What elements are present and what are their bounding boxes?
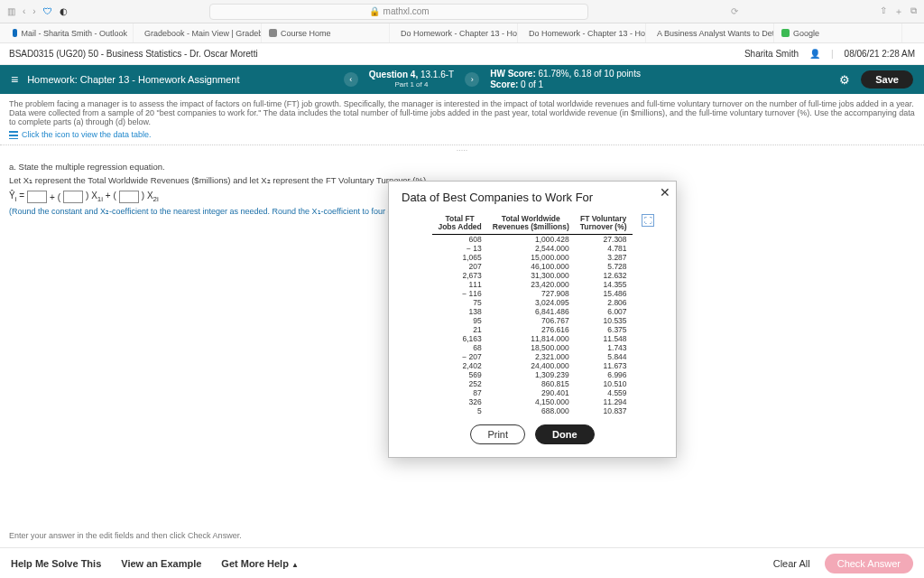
check-answer-button[interactable]: Check Answer bbox=[825, 554, 913, 573]
print-button[interactable]: Print bbox=[470, 424, 525, 444]
tab-label: Course Home bbox=[281, 29, 331, 38]
user-icon[interactable]: 👤 bbox=[809, 49, 820, 59]
view-data-table-link[interactable]: Click the icon to view the data table. bbox=[9, 130, 915, 139]
favicon bbox=[269, 29, 277, 37]
data-table: Total FTJobs AddedTotal WorldwideRevenue… bbox=[432, 215, 632, 415]
tab-label: Do Homework - Chapter 13 - Hom... bbox=[401, 29, 518, 38]
footer-bar: Help Me Solve This View an Example Get M… bbox=[0, 547, 924, 578]
table-row: 6818,500.0001.743 bbox=[432, 343, 632, 352]
course-title: BSAD0315 (UG20) 50 - Business Statistics… bbox=[9, 49, 258, 59]
user-name: Sharita Smith bbox=[744, 49, 799, 59]
table-row: 87290.4014.559 bbox=[432, 388, 632, 397]
question-indicator: Question 4, 13.1.6-T Part 1 of 4 bbox=[369, 70, 454, 89]
favicon bbox=[13, 29, 17, 37]
column-header: Total WorldwideRevenues ($millions) bbox=[487, 215, 575, 234]
table-row: 21276.6166.375 bbox=[432, 325, 632, 334]
clear-all-link[interactable]: Clear All bbox=[773, 558, 810, 569]
browser-tab[interactable]: Mail - Sharita Smith - Outlook bbox=[7, 23, 134, 42]
table-row: 753,024.0952.806 bbox=[432, 298, 632, 307]
score-block: HW Score: 61.78%, 6.18 of 10 points Scor… bbox=[490, 69, 641, 90]
browser-tab[interactable]: Do Homework - Chapter 13 - Hom... bbox=[392, 23, 518, 42]
table-row: − 132,544.0004.781 bbox=[432, 244, 632, 253]
table-row: 11123,420.00014.355 bbox=[432, 280, 632, 289]
problem-statement: The problem facing a manager is to asses… bbox=[0, 94, 924, 141]
get-more-help-link[interactable]: Get More Help ▲ bbox=[221, 558, 299, 569]
homework-bar: ≡ Homework: Chapter 13 - Homework Assign… bbox=[0, 65, 924, 94]
popout-icon[interactable]: ⛶ bbox=[642, 214, 654, 227]
url-bar[interactable]: 🔒mathxl.com bbox=[209, 4, 588, 20]
table-row: 2,67331,300.00012.632 bbox=[432, 271, 632, 280]
column-header: Total FTJobs Added bbox=[432, 215, 486, 234]
shield-icon: 🛡 bbox=[43, 6, 52, 16]
browser-tab[interactable]: Google bbox=[776, 23, 902, 42]
table-row: − 2072,321.0005.844 bbox=[432, 352, 632, 361]
modal-title: Data of Best Companies to Work For bbox=[402, 191, 663, 204]
data-table-modal: ✕ Data of Best Companies to Work For ⛶ T… bbox=[388, 181, 677, 458]
table-row: 5691,309.2396.996 bbox=[432, 370, 632, 379]
tab-label: Google bbox=[793, 29, 819, 38]
table-row: 20746,100.0005.728 bbox=[432, 262, 632, 271]
table-row: 6081,000.42827.308 bbox=[432, 234, 632, 244]
table-row: 2,40224,400.00011.673 bbox=[432, 361, 632, 370]
table-row: 5688.00010.837 bbox=[432, 406, 632, 415]
table-row: 3264,150.00011.294 bbox=[432, 397, 632, 406]
table-icon bbox=[9, 131, 18, 139]
homework-title: Homework: Chapter 13 - Homework Assignme… bbox=[27, 74, 239, 85]
menu-icon[interactable]: ≡ bbox=[11, 72, 18, 87]
tabs-icon[interactable]: ⧉ bbox=[910, 5, 917, 18]
column-header: FT VoluntaryTurnover (%) bbox=[575, 215, 633, 234]
tab-label: Mail - Sharita Smith - Outlook bbox=[21, 29, 127, 38]
table-row: 1,06515,000.0003.287 bbox=[432, 253, 632, 262]
browser-tab[interactable]: A Business Analyst Wants to Deter... bbox=[648, 23, 774, 42]
divider: ····· bbox=[0, 144, 924, 154]
settings-icon[interactable]: ⚙ bbox=[839, 73, 850, 87]
tab-label: Do Homework - Chapter 13 - Hom... bbox=[529, 29, 646, 38]
done-button[interactable]: Done bbox=[535, 424, 595, 444]
table-row: 252860.81510.510 bbox=[432, 379, 632, 388]
favicon bbox=[781, 29, 790, 37]
tab-label: A Business Analyst Wants to Deter... bbox=[657, 29, 774, 38]
help-solve-link[interactable]: Help Me Solve This bbox=[11, 558, 101, 569]
x1-coef-input[interactable] bbox=[63, 191, 83, 203]
next-question-button[interactable]: › bbox=[465, 72, 479, 87]
table-row: 1386,841.4866.007 bbox=[432, 307, 632, 316]
constant-input[interactable] bbox=[27, 191, 47, 203]
course-header: BSAD0315 (UG20) 50 - Business Statistics… bbox=[0, 43, 924, 65]
prev-question-button[interactable]: ‹ bbox=[344, 72, 358, 87]
tab-label: Gradebook - Main View | Gradebo... bbox=[144, 29, 262, 38]
table-row: − 116727.90815.486 bbox=[432, 289, 632, 298]
refresh-icon[interactable]: ⟳ bbox=[731, 6, 738, 16]
forward-icon[interactable]: › bbox=[32, 6, 35, 16]
sidebar-toggle-icon[interactable]: ▥ bbox=[7, 6, 15, 16]
answer-hint: Enter your answer in the edit fields and… bbox=[9, 531, 242, 540]
back-icon[interactable]: ‹ bbox=[23, 6, 25, 16]
browser-tab[interactable]: Do Homework - Chapter 13 - Hom... bbox=[520, 23, 646, 42]
browser-tab[interactable]: Course Home bbox=[263, 23, 390, 42]
new-tab-icon[interactable]: ＋ bbox=[894, 5, 903, 18]
x2-coef-input[interactable] bbox=[119, 191, 139, 203]
browser-tabs: Mail - Sharita Smith - OutlookGradebook … bbox=[0, 23, 924, 43]
save-button[interactable]: Save bbox=[861, 70, 913, 89]
table-row: 6,16311,814.00011.548 bbox=[432, 334, 632, 343]
datetime: 08/06/21 2:28 AM bbox=[845, 49, 915, 59]
share-icon[interactable]: ⇧ bbox=[880, 5, 887, 18]
view-example-link[interactable]: View an Example bbox=[121, 558, 201, 569]
table-row: 95706.76710.535 bbox=[432, 316, 632, 325]
pause-icon: ◐ bbox=[60, 6, 68, 16]
browser-tab[interactable]: Gradebook - Main View | Gradebo... bbox=[135, 23, 262, 42]
browser-chrome: ▥ ‹ › 🛡 ◐ 🔒mathxl.com ⟳ ⇧ ＋ ⧉ bbox=[0, 0, 924, 23]
close-icon[interactable]: ✕ bbox=[660, 185, 670, 200]
